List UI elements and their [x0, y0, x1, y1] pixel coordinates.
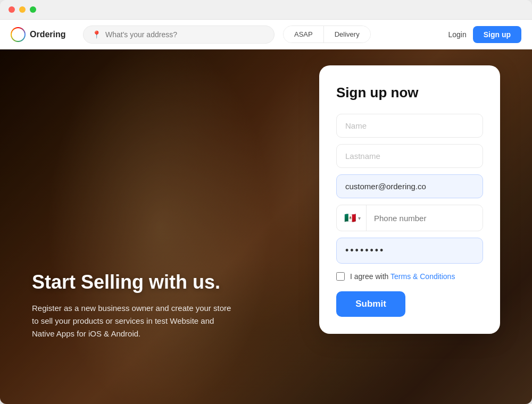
- signup-card: Sign up now 🇲🇽 ▾: [319, 65, 500, 334]
- main-content: Start Selling with us. Register as a new…: [0, 49, 532, 404]
- navbar: Ordering 📍 ASAP Delivery Login Sign up: [0, 20, 532, 49]
- browser-dot-close[interactable]: [9, 6, 15, 13]
- password-field-wrapper: 👁: [336, 238, 483, 264]
- name-input[interactable]: [336, 114, 483, 138]
- logo-text: Ordering: [30, 30, 66, 39]
- hero-subtitle: Register as a new business owner and cre…: [32, 302, 234, 340]
- logo-icon: [11, 27, 26, 42]
- terms-static-text: I agree with: [350, 272, 390, 281]
- email-field-wrapper: [336, 174, 483, 198]
- phone-field-wrapper: 🇲🇽 ▾: [336, 205, 483, 231]
- location-pin-icon: 📍: [92, 30, 101, 39]
- asap-pill[interactable]: ASAP: [284, 26, 323, 43]
- browser-dot-maximize[interactable]: [30, 6, 36, 13]
- nav-auth: Login Sign up: [448, 26, 521, 43]
- password-input-group: 👁: [336, 238, 483, 264]
- flag-chevron-icon: ▾: [358, 215, 361, 221]
- terms-text: I agree with Terms & Conditions: [350, 272, 455, 281]
- lastname-field-wrapper: [336, 144, 483, 168]
- delivery-pill[interactable]: Delivery: [323, 26, 370, 43]
- nav-pills: ASAP Delivery: [283, 26, 371, 43]
- toggle-password-button[interactable]: 👁: [477, 245, 483, 256]
- app-wrapper: Ordering 📍 ASAP Delivery Login Sign up S…: [0, 20, 532, 404]
- login-button[interactable]: Login: [448, 30, 466, 39]
- address-input[interactable]: [105, 30, 265, 39]
- browser-dot-minimize[interactable]: [19, 6, 26, 13]
- terms-row: I agree with Terms & Conditions: [336, 272, 483, 281]
- terms-checkbox[interactable]: [336, 272, 345, 281]
- flag-emoji: 🇲🇽: [344, 212, 356, 224]
- name-field-wrapper: [336, 114, 483, 138]
- logo[interactable]: Ordering: [11, 27, 74, 42]
- browser-window: Ordering 📍 ASAP Delivery Login Sign up S…: [0, 0, 532, 404]
- hero-title: Start Selling with us.: [32, 271, 234, 293]
- phone-flag-selector[interactable]: 🇲🇽 ▾: [337, 205, 367, 231]
- address-bar[interactable]: 📍: [83, 26, 275, 44]
- lastname-input[interactable]: [336, 144, 483, 168]
- hero-text-block: Start Selling with us. Register as a new…: [32, 271, 234, 340]
- password-input[interactable]: [337, 238, 477, 263]
- submit-button[interactable]: Submit: [336, 291, 405, 317]
- signup-button[interactable]: Sign up: [473, 26, 521, 43]
- phone-input[interactable]: [367, 207, 483, 230]
- browser-titlebar: [0, 0, 532, 20]
- email-input[interactable]: [336, 174, 483, 198]
- card-title: Sign up now: [336, 85, 483, 101]
- terms-link[interactable]: Terms & Conditions: [390, 272, 455, 281]
- phone-input-group: 🇲🇽 ▾: [336, 205, 483, 231]
